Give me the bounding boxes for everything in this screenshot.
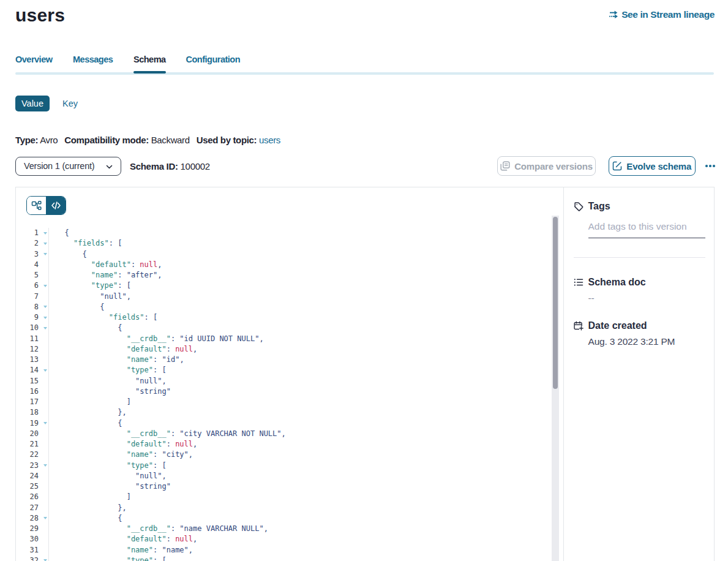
fold-toggle-icon[interactable] xyxy=(39,280,49,291)
fold-gutter xyxy=(39,407,49,418)
fold-toggle-icon[interactable] xyxy=(39,323,49,333)
schema-doc-section-header: Schema doc xyxy=(574,277,715,288)
code-line: 17 ] xyxy=(16,397,563,407)
code-text: "default": null, xyxy=(49,534,198,544)
fold-toggle-icon[interactable] xyxy=(39,302,49,312)
fold-toggle-icon[interactable] xyxy=(39,461,49,471)
code-line: 12 "default": null, xyxy=(16,344,563,355)
code-line: 26 ] xyxy=(16,492,563,502)
key-tab-button[interactable]: Key xyxy=(62,99,78,108)
fold-toggle-icon[interactable] xyxy=(39,238,49,249)
line-number: 31 xyxy=(16,545,39,555)
code-text: }, xyxy=(49,503,127,513)
topic-link[interactable]: users xyxy=(259,135,280,145)
schema-controls-row: Version 1 (current) Schema ID: 100002 Co… xyxy=(15,156,715,176)
code-line: 24 "null", xyxy=(16,471,563,481)
line-number: 23 xyxy=(16,461,39,471)
chevron-down-icon xyxy=(105,163,113,171)
stream-lineage-icon xyxy=(609,10,618,19)
code-text: { xyxy=(49,228,69,238)
schema-panel: 1{2 "fields": [3 {4 "default": null,5 "n… xyxy=(15,187,715,561)
line-number: 9 xyxy=(16,312,39,323)
value-key-toggle: Value Key xyxy=(15,96,78,111)
code-text: "default": null, xyxy=(49,260,162,270)
code-line: 7 "null", xyxy=(16,292,563,302)
line-number: 18 xyxy=(16,407,39,418)
code-text: "type": [ xyxy=(49,555,167,561)
line-number: 1 xyxy=(16,228,39,238)
fold-gutter xyxy=(39,292,49,302)
code-scrollbar-track[interactable] xyxy=(552,216,559,561)
tab-messages[interactable]: Messages xyxy=(73,52,113,72)
fold-gutter xyxy=(39,471,49,481)
schema-doc-title: Schema doc xyxy=(588,277,646,288)
code-text: { xyxy=(49,513,122,524)
fold-toggle-icon[interactable] xyxy=(39,513,49,524)
fold-toggle-icon[interactable] xyxy=(39,312,49,323)
sidebar-divider xyxy=(574,257,705,258)
code-line: 2 "fields": [ xyxy=(16,238,563,249)
fold-gutter xyxy=(39,397,49,407)
schema-doc-value: -- xyxy=(588,293,715,304)
add-tags-input[interactable] xyxy=(588,220,705,238)
code-text: "type": [ xyxy=(49,280,131,291)
kebab-dot xyxy=(705,165,708,167)
code-line: 29 "__crdb__": "name VARCHAR NULL", xyxy=(16,524,563,534)
fold-toggle-icon[interactable] xyxy=(39,365,49,375)
schema-meta-row: Type: Avro Compatibility mode: Backward … xyxy=(15,135,280,145)
code-text: "fields": [ xyxy=(49,238,122,249)
line-number: 2 xyxy=(16,238,39,249)
tree-view-button[interactable] xyxy=(27,197,47,214)
code-line: 1{ xyxy=(16,228,563,238)
tab-overview[interactable]: Overview xyxy=(15,52,53,72)
code-line: 23 "type": [ xyxy=(16,461,563,471)
more-options-button[interactable] xyxy=(703,158,718,174)
code-text: "name": "city", xyxy=(49,450,193,460)
fold-gutter xyxy=(39,439,49,450)
code-scrollbar-thumb[interactable] xyxy=(553,217,558,389)
line-number: 5 xyxy=(16,270,39,280)
code-line: 25 "string" xyxy=(16,481,563,492)
code-text: "string" xyxy=(49,386,171,397)
code-view-button[interactable] xyxy=(47,197,66,214)
fold-gutter xyxy=(39,376,49,386)
code-line: 18 }, xyxy=(16,407,563,418)
fold-gutter xyxy=(39,545,49,555)
value-tab-button[interactable]: Value xyxy=(15,96,50,111)
line-number: 3 xyxy=(16,249,39,260)
line-number: 7 xyxy=(16,292,39,302)
code-line: 6 "type": [ xyxy=(16,280,563,291)
fold-toggle-icon[interactable] xyxy=(39,555,49,561)
fold-gutter xyxy=(39,534,49,544)
fold-gutter xyxy=(39,450,49,460)
schema-sidebar: Tags Schema doc -- xyxy=(563,187,715,561)
code-text: "name": "id", xyxy=(49,355,184,365)
code-text: "type": [ xyxy=(49,365,167,375)
compare-versions-button[interactable]: Compare versions xyxy=(497,156,596,176)
line-number: 25 xyxy=(16,481,39,492)
tab-schema[interactable]: Schema xyxy=(133,52,166,72)
code-text: "null", xyxy=(49,376,167,386)
compare-icon xyxy=(500,161,510,171)
fold-toggle-icon[interactable] xyxy=(39,418,49,429)
fold-toggle-icon[interactable] xyxy=(39,249,49,260)
line-number: 19 xyxy=(16,418,39,429)
line-number: 21 xyxy=(16,439,39,450)
schema-code-editor[interactable]: 1{2 "fields": [3 {4 "default": null,5 "n… xyxy=(16,216,563,561)
line-number: 28 xyxy=(16,513,39,524)
fold-toggle-icon[interactable] xyxy=(39,228,49,238)
version-select[interactable]: Version 1 (current) xyxy=(15,157,121,176)
evolve-schema-button[interactable]: Evolve schema xyxy=(609,156,696,176)
code-line: 20 "__crdb__": "city VARCHAR NOT NULL", xyxy=(16,429,563,439)
code-line: 30 "default": null, xyxy=(16,534,563,544)
code-text: { xyxy=(49,302,105,312)
line-number: 13 xyxy=(16,355,39,365)
stream-lineage-link[interactable]: See in Stream lineage xyxy=(609,9,715,20)
code-text: "__crdb__": "id UUID NOT NULL", xyxy=(49,334,264,344)
tag-icon xyxy=(574,201,584,211)
kebab-dot xyxy=(709,165,711,167)
kebab-dot xyxy=(713,165,715,167)
tab-configuration[interactable]: Configuration xyxy=(186,52,241,72)
code-line: 27 }, xyxy=(16,503,563,513)
code-text: "default": null, xyxy=(49,439,198,450)
